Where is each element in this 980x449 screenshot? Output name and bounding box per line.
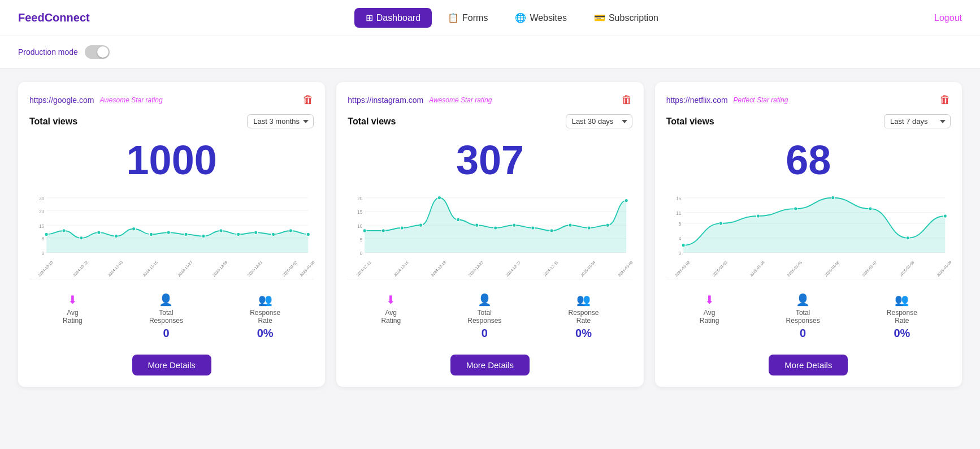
svg-text:10: 10 bbox=[358, 223, 363, 228]
card-google-period-select[interactable]: Last 3 months Last 30 days Last 7 days bbox=[247, 114, 314, 128]
dashboard-icon: ⊞ bbox=[366, 12, 373, 23]
svg-text:2024-10-10: 2024-10-10 bbox=[37, 260, 54, 278]
card-google-views-label: Total views bbox=[29, 116, 77, 127]
svg-point-24 bbox=[289, 229, 292, 232]
svg-point-16 bbox=[149, 232, 153, 236]
svg-point-18 bbox=[184, 232, 188, 236]
svg-text:15: 15 bbox=[676, 196, 681, 201]
svg-point-53 bbox=[513, 223, 516, 227]
card-netflix-delete[interactable]: 🗑 bbox=[939, 93, 951, 106]
svg-point-58 bbox=[606, 223, 609, 227]
svg-text:2025-01-02: 2025-01-02 bbox=[674, 260, 691, 278]
total-responses-icon-0: 👤 bbox=[159, 293, 173, 306]
nav-subscription[interactable]: 💳 Subscription bbox=[583, 8, 670, 28]
svg-text:4: 4 bbox=[678, 236, 681, 241]
svg-point-80 bbox=[756, 214, 760, 218]
card-netflix-url[interactable]: https://netflix.com bbox=[666, 96, 728, 105]
total-responses-label-0: TotalResponses bbox=[149, 309, 183, 325]
card-google: https://google.com Awesome Star rating 🗑… bbox=[18, 82, 325, 387]
response-rate-icon-2: 👥 bbox=[895, 293, 909, 306]
avg-rating-label-2: AvgRating bbox=[700, 309, 719, 325]
svg-text:0: 0 bbox=[42, 251, 45, 256]
card-instagram-views-row: Total views Last 30 days Last 3 months L… bbox=[348, 114, 632, 128]
svg-point-84 bbox=[906, 236, 909, 240]
card-instagram-delete[interactable]: 🗑 bbox=[621, 93, 632, 106]
card-google-url[interactable]: https://google.com bbox=[29, 96, 94, 105]
svg-point-21 bbox=[237, 232, 240, 236]
card-google-more-details-wrapper: More Details bbox=[29, 351, 314, 375]
svg-point-15 bbox=[132, 227, 136, 230]
card-instagram-period-select[interactable]: Last 30 days Last 3 months Last 7 days bbox=[566, 114, 632, 128]
svg-text:2024-12-19: 2024-12-19 bbox=[431, 260, 447, 278]
brand-logo: FeedConnect bbox=[18, 11, 90, 24]
card-google-divider bbox=[29, 279, 314, 279]
card-netflix-more-details[interactable]: More Details bbox=[769, 355, 848, 375]
svg-point-20 bbox=[219, 229, 223, 232]
production-mode-toggle[interactable] bbox=[85, 45, 110, 59]
card-google-delete[interactable]: 🗑 bbox=[302, 93, 314, 106]
avg-rating-icon-0: ⬇ bbox=[68, 293, 77, 306]
svg-text:30: 30 bbox=[39, 196, 44, 201]
stat-total-responses-2: 👤 TotalResponses 0 bbox=[786, 293, 820, 340]
card-google-header: https://google.com Awesome Star rating 🗑 bbox=[29, 93, 314, 106]
svg-point-45 bbox=[363, 229, 367, 232]
svg-text:15: 15 bbox=[39, 223, 44, 228]
card-instagram-badge: Awesome Star rating bbox=[429, 96, 492, 104]
card-netflix-period-select[interactable]: Last 7 days Last 30 days Last 3 months bbox=[884, 114, 951, 128]
svg-point-22 bbox=[254, 231, 258, 234]
svg-text:8: 8 bbox=[678, 221, 681, 227]
stat-total-responses-0: 👤 TotalResponses 0 bbox=[149, 293, 183, 340]
card-instagram-views-label: Total views bbox=[348, 116, 396, 127]
card-netflix-big-number: 68 bbox=[666, 134, 951, 186]
svg-point-25 bbox=[306, 232, 310, 236]
nav-links: ⊞ Dashboard 📋 Forms 🌐 Websites 💳 Subscri… bbox=[354, 8, 670, 28]
svg-text:2024-11-27: 2024-11-27 bbox=[177, 260, 193, 278]
svg-point-50 bbox=[457, 218, 460, 221]
svg-text:23: 23 bbox=[39, 208, 44, 214]
svg-point-17 bbox=[167, 231, 170, 234]
card-google-big-number: 1000 bbox=[29, 134, 314, 186]
svg-text:11: 11 bbox=[676, 210, 681, 216]
subscription-icon: 💳 bbox=[594, 12, 605, 23]
response-rate-icon-0: 👥 bbox=[258, 293, 272, 306]
card-google-more-details[interactable]: More Details bbox=[132, 355, 211, 375]
card-netflix-views-row: Total views Last 7 days Last 30 days Las… bbox=[666, 114, 951, 128]
svg-text:2025-01-02: 2025-01-02 bbox=[281, 260, 298, 278]
total-responses-label-1: TotalResponses bbox=[467, 309, 501, 325]
response-rate-icon-1: 👥 bbox=[576, 293, 591, 306]
card-netflix-divider bbox=[666, 279, 951, 279]
card-google-views-row: Total views Last 3 months Last 30 days L… bbox=[29, 114, 314, 128]
avg-rating-label-0: AvgRating bbox=[63, 309, 83, 325]
avg-rating-icon-2: ⬇ bbox=[705, 293, 714, 306]
svg-text:2025-01-03: 2025-01-03 bbox=[712, 260, 728, 278]
card-instagram-url[interactable]: https://instagram.com bbox=[348, 96, 423, 105]
cards-container: https://google.com Awesome Star rating 🗑… bbox=[0, 68, 980, 400]
stat-avg-rating-1: ⬇ AvgRating bbox=[381, 293, 401, 325]
card-netflix-more-details-wrapper: More Details bbox=[666, 351, 951, 375]
nav-dashboard[interactable]: ⊞ Dashboard bbox=[354, 8, 432, 28]
svg-point-78 bbox=[682, 244, 685, 247]
forms-icon: 📋 bbox=[448, 12, 459, 23]
svg-point-11 bbox=[62, 229, 66, 232]
svg-point-56 bbox=[569, 223, 572, 227]
nav-websites[interactable]: 🌐 Websites bbox=[504, 8, 578, 28]
card-instagram-big-number: 307 bbox=[348, 134, 632, 186]
stat-avg-rating-0: ⬇ AvgRating bbox=[63, 293, 83, 325]
svg-point-47 bbox=[401, 226, 404, 230]
stat-avg-rating-2: ⬇ AvgRating bbox=[700, 293, 719, 325]
svg-text:2024-12-11: 2024-12-11 bbox=[356, 260, 372, 278]
nav-forms[interactable]: 📋 Forms bbox=[436, 8, 499, 28]
svg-point-57 bbox=[587, 226, 591, 230]
svg-point-19 bbox=[202, 234, 205, 238]
card-instagram-more-details[interactable]: More Details bbox=[450, 355, 530, 375]
total-responses-value-1: 0 bbox=[482, 327, 488, 340]
card-instagram-stats: ⬇ AvgRating 👤 TotalResponses 0 👥 Respons… bbox=[348, 287, 632, 346]
svg-text:2025-01-09: 2025-01-09 bbox=[936, 260, 952, 278]
svg-point-14 bbox=[115, 234, 118, 238]
total-responses-icon-2: 👤 bbox=[796, 293, 810, 306]
svg-text:2024-12-09: 2024-12-09 bbox=[212, 260, 228, 278]
svg-point-10 bbox=[45, 232, 48, 236]
svg-text:2025-01-08: 2025-01-08 bbox=[899, 260, 915, 278]
logout-button[interactable]: Logout bbox=[934, 13, 962, 23]
svg-text:20: 20 bbox=[358, 196, 363, 201]
